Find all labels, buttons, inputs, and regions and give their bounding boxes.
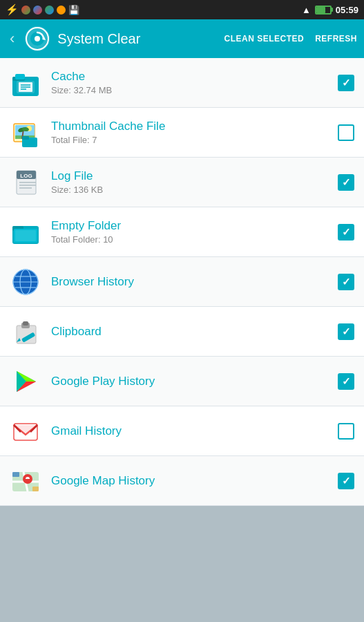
battery-icon [315,6,332,15]
empty-folder-checkbox[interactable] [338,224,354,241]
thumbnail-cache-icon [10,117,41,149]
google-map-history-icon [10,465,41,497]
browser-history-icon [10,266,41,298]
log-file-title: Log File [51,169,328,183]
clean-selected-button[interactable]: CLEAN SELECTED [224,34,304,44]
clipboard-title: Clipboard [51,325,328,339]
thumbnail-cache-subtitle: Total File: 7 [51,135,328,145]
status-bar-left: ⚡ 💾 [6,3,79,16]
list-item-google-play-history[interactable]: Google Play History [0,357,364,406]
cache-checkbox[interactable] [338,75,354,91]
circle-icon-3 [45,6,54,15]
status-bar-right: ▲ 05:59 [302,5,358,15]
browser-history-title: Browser History [51,275,328,289]
cache-subtitle: Size: 32.74 MB [51,85,328,95]
thumbnail-cache-checkbox[interactable] [338,124,354,141]
circle-icon-4 [57,6,66,15]
log-file-icon: LOG [10,167,41,198]
list-item-google-map-history[interactable]: Google Map History [0,456,364,506]
log-file-checkbox[interactable] [338,174,354,191]
google-map-history-title: Google Map History [51,474,328,488]
list-item-thumbnail-cache[interactable]: Thumbnail Cache FileTotal File: 7 [0,108,364,158]
app-bar: ‹ System Clear CLEAN SELECTED REFRESH [0,19,364,58]
browser-history-checkbox[interactable] [338,274,354,290]
svg-rect-62 [12,472,19,477]
wifi-icon: ▲ [302,5,311,15]
cache-icon [10,67,41,99]
log-file-subtitle: Size: 136 KB [51,185,328,195]
google-play-history-title: Google Play History [51,375,328,388]
list-item-gmail-history[interactable]: Gmail History [0,406,364,456]
thumbnail-cache-title: Thumbnail Cache File [51,120,328,133]
google-map-history-checkbox[interactable] [338,473,354,489]
app-bar-title: System Clear [57,31,217,47]
list-item-log-file[interactable]: LOG Log FileSize: 136 KB [0,158,364,207]
gmail-history-icon [10,415,41,447]
cache-title: Cache [51,70,328,84]
usb-icon: ⚡ [6,3,19,16]
svg-rect-22 [22,136,29,140]
sd-card-icon: 💾 [68,5,79,15]
list-item-browser-history[interactable]: Browser History [0,257,364,307]
app-logo [24,26,50,52]
svg-rect-7 [15,74,25,79]
google-play-history-icon [10,366,41,397]
empty-folder-title: Empty Folder [51,219,328,233]
back-button[interactable]: ‹ [7,27,17,50]
svg-rect-33 [15,230,36,241]
svg-point-4 [35,36,40,41]
circle-icon-1 [21,6,30,15]
svg-rect-44 [23,321,28,326]
items-list: CacheSize: 32.74 MB Thumbnail Cache File… [0,58,364,506]
app-bar-actions: CLEAN SELECTED REFRESH [224,34,357,44]
circle-icon-2 [33,6,42,15]
status-bar: ⚡ 💾 ▲ 05:59 [0,0,364,19]
list-item-cache[interactable]: CacheSize: 32.74 MB [0,58,364,108]
clipboard-icon [10,316,41,348]
list-item-clipboard[interactable]: Clipboard [0,307,364,357]
empty-folder-subtitle: Total Folder: 10 [51,234,328,245]
refresh-button[interactable]: REFRESH [315,34,357,44]
svg-rect-63 [32,487,39,491]
empty-folder-icon [10,216,41,248]
google-play-history-checkbox[interactable] [338,373,354,390]
gmail-history-checkbox[interactable] [338,423,354,440]
clipboard-checkbox[interactable] [338,323,354,340]
time-display: 05:59 [336,5,358,15]
svg-text:LOG: LOG [20,173,32,179]
list-item-empty-folder[interactable]: Empty FolderTotal Folder: 10 [0,207,364,257]
gmail-history-title: Gmail History [51,424,328,438]
